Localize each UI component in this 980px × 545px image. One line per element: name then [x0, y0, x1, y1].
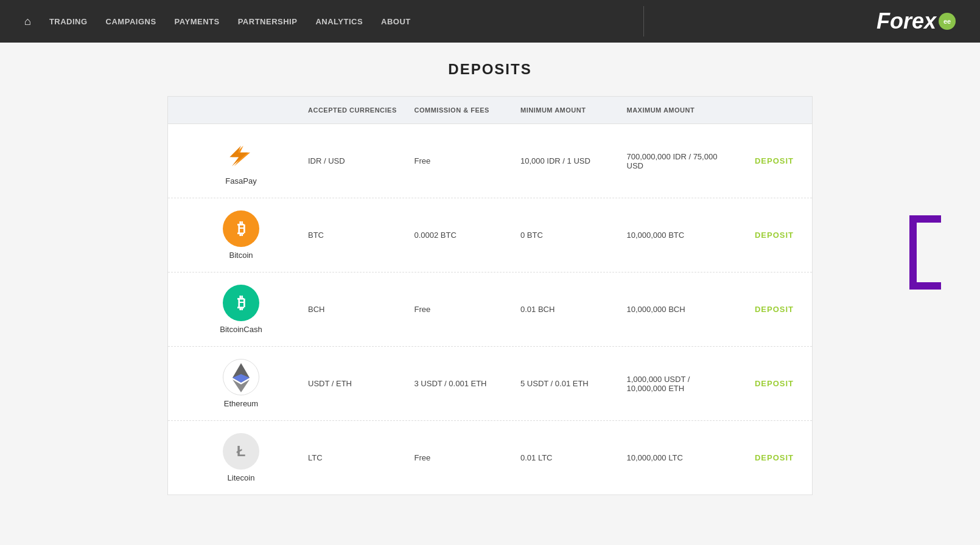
nav-item-payments[interactable]: PAYMENTS: [175, 17, 220, 26]
ethereum-cell: Ethereum: [180, 359, 302, 408]
table-row: Ł Litecoin LTC Free 0.01 LTC 10,000,000 …: [168, 421, 812, 495]
table-row: ₿ BitcoinCash BCH Free 0.01 BCH 10,000,0…: [168, 272, 812, 347]
bitcoincash-name: BitcoinCash: [220, 325, 262, 334]
bitcoin-name: Bitcoin: [229, 251, 253, 260]
fasapay-min: 10,000 IDR / 1 USD: [514, 156, 621, 165]
ethereum-currency: USDT / ETH: [302, 379, 408, 388]
bitcoin-cell: ₿ Bitcoin: [180, 210, 302, 260]
bitcoincash-min: 0.01 BCH: [514, 305, 621, 314]
fasapay-cell: FasaPay: [180, 136, 302, 186]
bitcoin-max: 10,000,000 BTC: [621, 231, 727, 240]
ethereum-fees: 3 USDT / 0.001 ETH: [408, 379, 515, 388]
svg-text:₿: ₿: [237, 294, 245, 312]
bitcoin-currency: BTC: [302, 231, 408, 240]
litecoin-icon: Ł: [223, 433, 259, 470]
bitcoin-min: 0 BTC: [514, 231, 621, 240]
fasapay-name: FasaPay: [225, 176, 256, 186]
litecoin-fees: Free: [408, 453, 515, 462]
logo: Forex ee: [877, 9, 956, 34]
litecoin-min: 0.01 LTC: [514, 453, 621, 462]
bitcoincash-cell: ₿ BitcoinCash: [180, 285, 302, 334]
table-row: FasaPay IDR / USD Free 10,000 IDR / 1 US…: [168, 124, 812, 198]
bitcoincash-deposit-button[interactable]: DEPOSIT: [727, 305, 800, 314]
bitcoincash-currency: BCH: [302, 305, 408, 314]
ethereum-name: Ethereum: [224, 399, 258, 408]
litecoin-max: 10,000,000 LTC: [621, 453, 727, 462]
nav-item-analytics[interactable]: ANALYTICS: [315, 17, 363, 26]
nav-item-campaigns[interactable]: CAMPAIGNS: [106, 17, 156, 26]
nav-divider: [643, 6, 644, 36]
bitcoincash-max: 10,000,000 BCH: [621, 305, 727, 314]
bitcoincash-icon: ₿: [223, 285, 259, 321]
bitcoin-deposit-button[interactable]: DEPOSIT: [727, 231, 800, 240]
nav-item-about[interactable]: ABOUT: [381, 17, 411, 26]
svg-text:Ł: Ł: [237, 443, 246, 459]
fasapay-deposit-button[interactable]: DEPOSIT: [727, 156, 800, 165]
table-row: ₿ Bitcoin BTC 0.0002 BTC 0 BTC 10,000,00…: [168, 198, 812, 272]
logo-badge: ee: [939, 13, 956, 30]
fasapay-max: 700,000,000 IDR / 75,000 USD: [621, 152, 727, 170]
bitcoin-icon: ₿: [223, 210, 259, 247]
header-accepted-currencies: ACCEPTED CURRENCIES: [302, 104, 408, 116]
fasapay-icon: [223, 136, 259, 173]
deposits-table: ACCEPTED CURRENCIES COMMISSION & FEES MI…: [167, 96, 813, 495]
nav-item-trading[interactable]: TRADING: [49, 17, 88, 26]
side-decoration: [895, 213, 943, 294]
ethereum-deposit-button[interactable]: DEPOSIT: [727, 379, 800, 388]
header-currency-icon: [180, 104, 302, 116]
home-icon[interactable]: ⌂: [24, 15, 31, 28]
fasapay-fees: Free: [408, 156, 515, 165]
fasapay-currency: IDR / USD: [302, 156, 408, 165]
ethereum-max: 1,000,000 USDT / 10,000,000 ETH: [621, 375, 727, 393]
header-min-amount: MINIMUM AMOUNT: [514, 104, 621, 116]
litecoin-name: Litecoin: [228, 473, 255, 482]
svg-text:₿: ₿: [237, 220, 245, 238]
table-header: ACCEPTED CURRENCIES COMMISSION & FEES MI…: [168, 97, 812, 124]
litecoin-cell: Ł Litecoin: [180, 433, 302, 482]
navbar: ⌂ TRADING CAMPAIGNS PAYMENTS PARTNERSHIP…: [0, 0, 980, 43]
nav-item-partnership[interactable]: PARTNERSHIP: [238, 17, 298, 26]
header-commission-fees: COMMISSION & FEES: [408, 104, 515, 116]
header-action: [727, 104, 800, 116]
ethereum-min: 5 USDT / 0.01 ETH: [514, 379, 621, 388]
bitcoin-fees: 0.0002 BTC: [408, 231, 515, 240]
header-max-amount: MAXIMUM AMOUNT: [621, 104, 727, 116]
nav-left: ⌂ TRADING CAMPAIGNS PAYMENTS PARTNERSHIP…: [24, 15, 411, 28]
ethereum-icon: [223, 359, 259, 395]
litecoin-deposit-button[interactable]: DEPOSIT: [727, 453, 800, 462]
bitcoincash-fees: Free: [408, 305, 515, 314]
logo-text: Forex: [877, 9, 936, 34]
page-title: DEPOSITS: [167, 61, 813, 78]
litecoin-currency: LTC: [302, 453, 408, 462]
table-row: Ethereum USDT / ETH 3 USDT / 0.001 ETH 5…: [168, 347, 812, 421]
main-content: DEPOSITS ACCEPTED CURRENCIES COMMISSION …: [155, 43, 825, 513]
